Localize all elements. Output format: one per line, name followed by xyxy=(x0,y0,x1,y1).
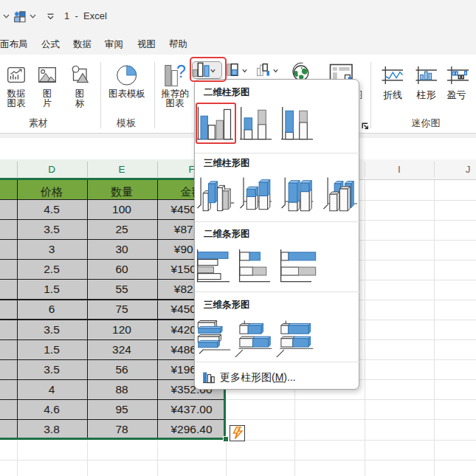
svg-text:?: ? xyxy=(176,64,186,81)
